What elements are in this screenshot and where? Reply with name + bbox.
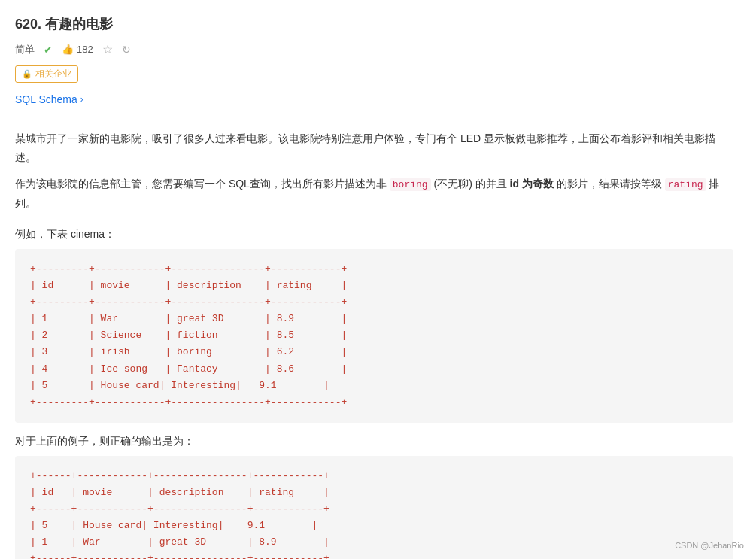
example-label: 例如，下表 cinema： [15,228,733,242]
rating-code: rating [665,178,706,191]
desc2-mid2: 的影片，结果请按等级 [554,178,665,190]
chevron-icon: › [80,94,83,105]
page-wrapper: 620. 有趣的电影 简单 ✔ 👍 182 ☆ ↻ 🔒 相关企业 SQL Sch… [0,0,756,559]
tag-row: 🔒 相关企业 [15,65,733,83]
difficulty-label: 简单 [15,43,35,56]
table2: +------+------------+----------------+--… [30,468,718,559]
footer-watermark: CSDN @JehanRio [675,541,744,550]
page-title: 620. 有趣的电影 [15,15,733,33]
desc2-pre: 作为该电影院的信息部主管，您需要编写一个 SQL查询，找出所有影片描述为非 [15,178,390,190]
table2-container: +------+------------+----------------+--… [15,456,733,559]
like-count: 👍 182 [62,44,93,55]
check-icon: ✔ [44,44,53,56]
like-icon: 👍 [62,44,74,55]
description-para-1: 某城市开了一家新的电影院，吸引了很多人过来看电影。该电影院特别注意用户体验，专门… [15,129,733,167]
sql-schema-link[interactable]: SQL Schema › [15,93,83,105]
tag-label: 相关企业 [35,68,71,81]
meta-row: 简单 ✔ 👍 182 ☆ ↻ [15,42,733,56]
related-enterprise-tag[interactable]: 🔒 相关企业 [15,65,78,83]
table1-container: +---------+------------+----------------… [15,249,733,423]
output-label: 对于上面的例子，则正确的输出是为： [15,435,733,448]
table1: +---------+------------+----------------… [30,261,718,411]
lock-icon: 🔒 [22,69,32,79]
star-icon[interactable]: ☆ [102,42,113,56]
like-number: 182 [77,44,93,55]
desc2-mid1: (不无聊) 的并且 [431,178,510,190]
refresh-icon[interactable]: ↻ [122,44,131,56]
id-odd-text: id 为奇数 [510,178,554,190]
description-para-2: 作为该电影院的信息部主管，您需要编写一个 SQL查询，找出所有影片描述为非 bo… [15,175,733,213]
boring-code: boring [390,178,431,191]
sql-schema-section: SQL Schema › [15,93,733,117]
sql-schema-text: SQL Schema [15,93,77,105]
